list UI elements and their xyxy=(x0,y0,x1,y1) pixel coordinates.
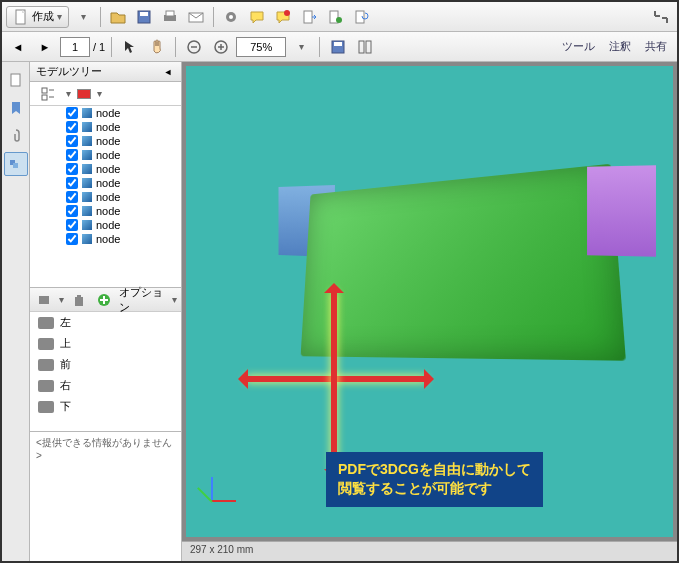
tools-link[interactable]: ツール xyxy=(556,37,601,56)
info-callout: PDFで3DCGを自由に動かして 閲覧することが可能です xyxy=(326,452,543,507)
svg-point-7 xyxy=(229,15,233,19)
camera-icon xyxy=(38,359,54,371)
view-item[interactable]: 左 xyxy=(30,312,181,333)
view-add-dropdown[interactable]: ▾ xyxy=(59,294,64,305)
add-green-icon[interactable] xyxy=(94,288,115,312)
node-checkbox[interactable] xyxy=(66,177,78,189)
tree-mode-icon[interactable] xyxy=(36,82,60,106)
view-item[interactable]: 上 xyxy=(30,333,181,354)
sidebar-tabs xyxy=(2,62,30,561)
node-checkbox[interactable] xyxy=(66,135,78,147)
cube-icon xyxy=(82,136,92,146)
node-checkbox[interactable] xyxy=(66,163,78,175)
cube-icon xyxy=(82,108,92,118)
tree-node[interactable]: node xyxy=(30,232,181,246)
view-item[interactable]: 下 xyxy=(30,396,181,417)
color-swatch[interactable] xyxy=(77,89,91,99)
zoom-dropdown-icon[interactable]: ▾ xyxy=(289,35,313,59)
page-input[interactable] xyxy=(60,37,90,57)
view-item[interactable]: 前 xyxy=(30,354,181,375)
view-label: 上 xyxy=(60,336,71,351)
panel-title: モデルツリー xyxy=(36,64,102,79)
tree-node[interactable]: node xyxy=(30,176,181,190)
node-checkbox[interactable] xyxy=(66,219,78,231)
node-label: node xyxy=(96,107,120,119)
prev-page-icon[interactable]: ◄ xyxy=(6,35,30,59)
zoom-in-icon[interactable] xyxy=(209,35,233,59)
svg-rect-26 xyxy=(42,95,47,100)
tree-mode-dropdown[interactable]: ▾ xyxy=(66,88,71,99)
view-label: 前 xyxy=(60,357,71,372)
node-checkbox[interactable] xyxy=(66,121,78,133)
dropdown-icon[interactable]: ▾ xyxy=(71,5,95,29)
tree-node[interactable]: node xyxy=(30,190,181,204)
cube-icon xyxy=(82,192,92,202)
tab-3d-icon[interactable] xyxy=(4,152,28,176)
comment2-icon[interactable] xyxy=(271,5,295,29)
info-text: <提供できる情報がありません> xyxy=(30,432,181,561)
node-label: node xyxy=(96,135,120,147)
page-refresh-icon[interactable] xyxy=(349,5,373,29)
tree-node[interactable]: node xyxy=(30,204,181,218)
tree-list[interactable]: nodenodenodenodenodenodenodenodenodenode xyxy=(30,106,181,288)
next-page-icon[interactable]: ► xyxy=(33,35,57,59)
layout-icon[interactable] xyxy=(353,35,377,59)
hand-icon[interactable] xyxy=(145,35,169,59)
svg-rect-20 xyxy=(359,41,364,53)
node-checkbox[interactable] xyxy=(66,107,78,119)
svg-rect-12 xyxy=(356,11,364,23)
tab-pages-icon[interactable] xyxy=(4,68,28,92)
svg-rect-19 xyxy=(334,42,342,46)
svg-point-11 xyxy=(336,17,342,23)
save2-icon[interactable] xyxy=(326,35,350,59)
node-checkbox[interactable] xyxy=(66,191,78,203)
tree-node[interactable]: node xyxy=(30,148,181,162)
svg-rect-2 xyxy=(140,12,148,16)
tab-bookmark-icon[interactable] xyxy=(4,96,28,120)
view-add-icon[interactable] xyxy=(34,288,55,312)
view-label: 下 xyxy=(60,399,71,414)
annotation-link[interactable]: 注釈 xyxy=(603,37,637,56)
create-button[interactable]: 作成 ▾ xyxy=(6,6,69,28)
cube-icon xyxy=(82,178,92,188)
tree-node[interactable]: node xyxy=(30,134,181,148)
node-checkbox[interactable] xyxy=(66,233,78,245)
3d-part-purple xyxy=(587,165,656,256)
comment-icon[interactable] xyxy=(245,5,269,29)
svg-rect-29 xyxy=(39,296,49,304)
delete-icon[interactable] xyxy=(68,288,89,312)
options-label[interactable]: オプション xyxy=(119,285,168,315)
print-icon[interactable] xyxy=(158,5,182,29)
3d-canvas[interactable]: PDFで3DCGを自由に動かして 閲覧することが可能です xyxy=(186,66,673,537)
gear-icon[interactable] xyxy=(219,5,243,29)
tree-node[interactable]: node xyxy=(30,106,181,120)
page-export-icon[interactable] xyxy=(297,5,321,29)
node-checkbox[interactable] xyxy=(66,149,78,161)
camera-icon xyxy=(38,338,54,350)
tab-attach-icon[interactable] xyxy=(4,124,28,148)
svg-point-8 xyxy=(284,10,290,16)
view-item[interactable]: 右 xyxy=(30,375,181,396)
views-list[interactable]: 左上前右下 xyxy=(30,312,181,432)
node-label: node xyxy=(96,205,120,217)
zoom-out-icon[interactable] xyxy=(182,35,206,59)
zoom-input[interactable] xyxy=(236,37,286,57)
tree-node[interactable]: node xyxy=(30,218,181,232)
tree-node[interactable]: node xyxy=(30,162,181,176)
open-icon[interactable] xyxy=(106,5,130,29)
node-checkbox[interactable] xyxy=(66,205,78,217)
panel-collapse-icon[interactable]: ◄ xyxy=(161,65,175,79)
page-import-icon[interactable] xyxy=(323,5,347,29)
color-dropdown[interactable]: ▾ xyxy=(97,88,102,99)
camera-icon xyxy=(38,401,54,413)
mail-icon[interactable] xyxy=(184,5,208,29)
save-icon[interactable] xyxy=(132,5,156,29)
tree-node[interactable]: node xyxy=(30,120,181,134)
status-bar: 297 x 210 mm xyxy=(182,541,677,561)
cube-icon xyxy=(82,206,92,216)
expand-icon[interactable] xyxy=(649,5,673,29)
node-label: node xyxy=(96,163,120,175)
pointer-icon[interactable] xyxy=(118,35,142,59)
share-link[interactable]: 共有 xyxy=(639,37,673,56)
options-dropdown[interactable]: ▾ xyxy=(172,294,177,305)
